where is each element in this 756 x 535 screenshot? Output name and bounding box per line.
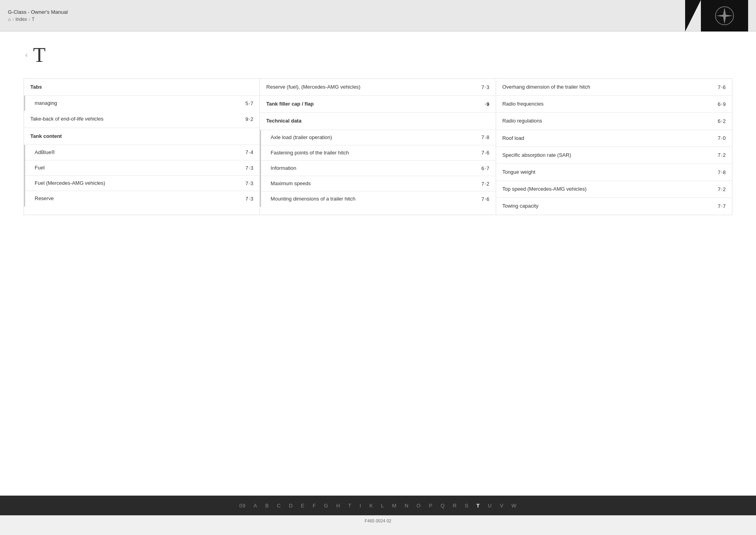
tongue-weight-label: Tongue weight	[502, 169, 718, 176]
managing-page: 5›7	[245, 100, 253, 106]
list-item[interactable]: AdBlue® 7›4	[25, 145, 259, 160]
alphabet-bar: 09 A B C D E F G H T I K L M N O P Q R S…	[0, 496, 756, 515]
adblue-page: 7›4	[245, 149, 253, 155]
roof-load-label: Roof load	[502, 135, 718, 142]
tank-content-header: Tank content	[24, 128, 259, 145]
doc-footer: F465 0024 02	[0, 515, 756, 526]
tank-content-nested: AdBlue® 7›4 Fuel 7›3 Fuel (Mercedes-AMG …	[24, 145, 259, 206]
fuel-amg-page: 7›3	[245, 180, 253, 186]
fuel-page: 7›3	[245, 165, 253, 171]
top-speed-entry[interactable]: Top speed (Mercedes-AMG vehicles) 7›2	[496, 181, 732, 198]
takeback-label: Take-back of end-of-life vehicles	[30, 115, 245, 123]
list-item[interactable]: Axle load (trailer operation) 7›8	[261, 130, 495, 145]
alpha-I-T[interactable]: T	[344, 496, 356, 515]
list-item[interactable]: Mounting dimensions of a trailer hitch 7…	[261, 191, 495, 206]
alpha-M[interactable]: M	[388, 496, 401, 515]
alpha-I[interactable]: I	[356, 496, 365, 515]
top-speed-page: 7›2	[718, 186, 726, 192]
list-item[interactable]: Reserve 7›3	[25, 191, 259, 206]
radio-reg-label: Radio regulations	[502, 117, 718, 124]
breadcrumb: ⌂ › Index › T	[8, 17, 68, 22]
prev-letter-button[interactable]: ‹	[24, 51, 29, 59]
tabs-nested: managing 5›7	[24, 96, 259, 111]
alpha-A[interactable]: A	[250, 496, 261, 515]
tank-filler-label: Tank filler cap / flap	[266, 100, 484, 108]
home-icon[interactable]: ⌂	[8, 17, 11, 22]
reserve-label: Reserve	[35, 195, 245, 202]
max-speeds-page: 7›2	[482, 181, 489, 187]
alpha-S[interactable]: S	[461, 496, 472, 515]
fuel-amg-label: Fuel (Mercedes-AMG vehicles)	[35, 180, 245, 187]
alpha-N[interactable]: N	[401, 496, 413, 515]
managing-label: managing	[35, 100, 245, 107]
alpha-O[interactable]: O	[413, 496, 425, 515]
mercedes-logo	[715, 6, 734, 26]
tabs-label: Tabs	[30, 84, 253, 91]
top-speed-label: Top speed (Mercedes-AMG vehicles)	[502, 186, 718, 193]
axle-load-label: Axle load (trailer operation)	[271, 134, 481, 141]
alpha-P[interactable]: P	[425, 496, 437, 515]
reserve-fuel-amg-entry[interactable]: Reserve (fuel), (Mercedes-AMG vehicles) …	[260, 79, 495, 96]
max-speeds-label: Maximum speeds	[271, 180, 481, 187]
reserve-page: 7›3	[245, 196, 253, 202]
towing-capacity-label: Towing capacity	[502, 202, 718, 210]
alpha-E[interactable]: E	[297, 496, 309, 515]
sar-page: 7›2	[718, 152, 726, 158]
alpha-C[interactable]: C	[273, 496, 285, 515]
alpha-D[interactable]: D	[285, 496, 297, 515]
breadcrumb-index[interactable]: Index	[15, 17, 27, 22]
breadcrumb-letter: T	[32, 17, 35, 22]
alpha-V[interactable]: V	[496, 496, 508, 515]
overhang-entry[interactable]: Overhang dimension of the trailer hitch …	[496, 79, 732, 96]
list-item[interactable]: Information 6›7	[261, 161, 495, 176]
alpha-R[interactable]: R	[449, 496, 461, 515]
alpha-F[interactable]: F	[309, 496, 320, 515]
breadcrumb-sep2: ›	[29, 17, 30, 22]
alpha-U[interactable]: U	[484, 496, 496, 515]
alpha-W[interactable]: W	[508, 496, 521, 515]
reserve-fuel-amg-page: 7›3	[482, 84, 489, 90]
alpha-T[interactable]: T	[472, 496, 484, 515]
technical-data-label: Technical data	[266, 117, 489, 124]
takeback-entry[interactable]: Take-back of end-of-life vehicles 9›2	[24, 111, 259, 128]
sar-label: Specific absorption rate (SAR)	[502, 152, 718, 159]
fuel-label: Fuel	[35, 164, 245, 171]
header-right	[701, 0, 748, 32]
alpha-H[interactable]: H	[332, 496, 344, 515]
breadcrumb-sep1: ›	[12, 17, 14, 22]
alpha-09[interactable]: 09	[235, 496, 250, 515]
tank-filler-page: ›9	[485, 101, 489, 107]
main-content: ‹ T Tabs managing 5›7 Take-back of end-o…	[0, 32, 756, 496]
fastening-points-label: Fastening points of the trailer hitch	[271, 149, 481, 156]
current-letter: T	[33, 43, 46, 67]
fastening-points-page: 7›6	[482, 150, 489, 156]
technical-data-nested: Axle load (trailer operation) 7›8 Fasten…	[260, 130, 495, 207]
radio-reg-page: 6›2	[718, 118, 726, 124]
index-col-2: Reserve (fuel), (Mercedes-AMG vehicles) …	[260, 79, 496, 215]
alpha-K[interactable]: K	[365, 496, 377, 515]
header-left: G-Class - Owner's Manual ⌂ › Index › T	[8, 9, 68, 22]
letter-heading: ‹ T	[24, 43, 732, 67]
sar-entry[interactable]: Specific absorption rate (SAR) 7›2	[496, 147, 732, 164]
roof-load-entry[interactable]: Roof load 7›0	[496, 130, 732, 147]
alpha-G[interactable]: G	[320, 496, 332, 515]
tank-filler-header[interactable]: Tank filler cap / flap ›9	[260, 96, 495, 113]
alpha-B[interactable]: B	[261, 496, 273, 515]
towing-capacity-entry[interactable]: Towing capacity 7›7	[496, 198, 732, 214]
alpha-Q[interactable]: Q	[437, 496, 449, 515]
overhang-label: Overhang dimension of the trailer hitch	[502, 84, 718, 91]
list-item[interactable]: managing 5›7	[25, 96, 259, 111]
list-item[interactable]: Fastening points of the trailer hitch 7›…	[261, 145, 495, 161]
alpha-L[interactable]: L	[377, 496, 388, 515]
tongue-weight-entry[interactable]: Tongue weight 7›8	[496, 164, 732, 181]
radio-freq-entry[interactable]: Radio frequencies 6›9	[496, 96, 732, 113]
radio-freq-page: 6›9	[718, 101, 726, 107]
mounting-dims-label: Mounting dimensions of a trailer hitch	[271, 195, 481, 202]
tank-content-label: Tank content	[30, 133, 253, 140]
list-item[interactable]: Fuel 7›3	[25, 160, 259, 176]
logo-area	[701, 0, 748, 32]
radio-reg-entry[interactable]: Radio regulations 6›2	[496, 113, 732, 130]
list-item[interactable]: Maximum speeds 7›2	[261, 176, 495, 191]
list-item[interactable]: Fuel (Mercedes-AMG vehicles) 7›3	[25, 176, 259, 191]
header: G-Class - Owner's Manual ⌂ › Index › T	[0, 0, 756, 32]
